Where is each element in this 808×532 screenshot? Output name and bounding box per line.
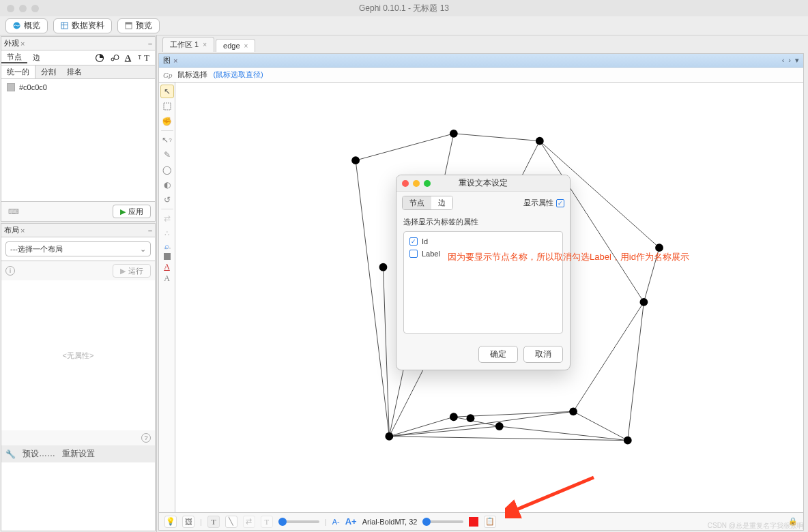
svg-point-39 bbox=[569, 407, 577, 415]
edge-weight-icon[interactable]: ⇄ bbox=[243, 516, 255, 528]
cancel-button[interactable]: 取消 bbox=[523, 346, 563, 363]
svg-rect-1 bbox=[61, 23, 68, 29]
tab-nodes[interactable]: 节点 bbox=[1, 52, 27, 63]
bucket-tool-icon[interactable]: ◐ bbox=[160, 178, 174, 192]
close-icon[interactable]: × bbox=[20, 40, 25, 48]
svg-point-35 bbox=[640, 298, 648, 306]
heat-tool-icon[interactable]: ∴ bbox=[160, 226, 174, 240]
edge-toggle-icon[interactable]: ╲ bbox=[225, 516, 237, 528]
snapshot-icon[interactable]: 🖼 bbox=[182, 516, 194, 528]
screenshot-icon[interactable]: A bbox=[160, 262, 174, 272]
svg-rect-5 bbox=[126, 23, 132, 25]
keyboard-icon[interactable]: ⌨ bbox=[8, 207, 19, 216]
svg-point-38 bbox=[495, 422, 504, 430]
overview-button[interactable]: 概览 bbox=[5, 18, 48, 33]
svg-point-41 bbox=[467, 414, 475, 422]
nav-down-icon[interactable]: ▾ bbox=[795, 56, 799, 65]
no-attr-label: <无属性> bbox=[1, 280, 155, 430]
more-tool-icon[interactable]: ⋯ bbox=[160, 241, 174, 255]
label-color-icon[interactable]: A bbox=[124, 53, 132, 63]
close-icon[interactable]: × bbox=[173, 57, 177, 65]
edge-tool-icon[interactable]: ↺ bbox=[160, 193, 174, 207]
a-minus[interactable]: A- bbox=[332, 518, 340, 526]
font-label[interactable]: Arial-BoldMT, 32 bbox=[362, 518, 418, 526]
shortest-path-icon[interactable]: ⇄ bbox=[160, 211, 174, 225]
layout-panel: 布局×– ---选择一个布局⌄ i ▶运行 <无属性> ? 🔧 预设…… 重新设… bbox=[1, 223, 156, 531]
nav-right-icon[interactable]: › bbox=[788, 56, 791, 65]
tab-edges[interactable]: 边 bbox=[27, 53, 46, 63]
edge-slider[interactable] bbox=[278, 520, 319, 523]
svg-line-42 bbox=[512, 477, 594, 512]
gephi-logo-icon: Gp bbox=[163, 71, 172, 79]
color-icon[interactable] bbox=[93, 53, 106, 63]
dialog-tab-nodes[interactable]: 节点 bbox=[403, 196, 431, 209]
text-settings-icon[interactable]: 📋 bbox=[484, 516, 496, 528]
show-attr-checkbox[interactable] bbox=[556, 199, 564, 207]
brush-tool-icon[interactable]: ✎ bbox=[160, 148, 174, 162]
dialog-tab-edges[interactable]: 边 bbox=[431, 196, 452, 209]
size-tool-icon[interactable]: ◯ bbox=[160, 163, 174, 177]
wrench-icon[interactable]: 🔧 bbox=[5, 449, 16, 459]
svg-point-40 bbox=[624, 437, 632, 445]
ok-button[interactable]: 确定 bbox=[478, 346, 518, 363]
annotation-arrow-icon bbox=[505, 471, 601, 518]
appearance-title: 外观 bbox=[4, 38, 19, 48]
appearance-panel: 外观×– 节点 边 A TT 统一的 分割 排名 #c0c0c0 ⌨ ▶应用 bbox=[1, 36, 156, 222]
color-row[interactable]: #c0c0c0 bbox=[1, 79, 155, 95]
preview-button[interactable]: 预览 bbox=[117, 18, 160, 33]
svg-line-17 bbox=[389, 411, 573, 436]
datalab-button[interactable]: 数据资料 bbox=[53, 18, 112, 33]
show-labels-icon[interactable]: T bbox=[207, 516, 220, 528]
svg-line-16 bbox=[389, 437, 627, 441]
help-icon[interactable]: ? bbox=[141, 433, 151, 443]
rect-select-tool-icon[interactable] bbox=[160, 100, 174, 113]
preset-row: 🔧 预设…… 重新设置 bbox=[1, 445, 155, 462]
svg-point-30 bbox=[450, 130, 458, 138]
run-button[interactable]: ▶运行 bbox=[113, 264, 151, 278]
lightbulb-icon[interactable]: 💡 bbox=[164, 516, 177, 528]
minimize-icon[interactable]: – bbox=[148, 226, 152, 235]
preset-label[interactable]: 预设…… bbox=[23, 448, 55, 460]
label-color-swatch[interactable] bbox=[469, 517, 478, 527]
nav-left-icon[interactable]: ‹ bbox=[782, 56, 785, 65]
size-icon[interactable] bbox=[109, 53, 121, 63]
annotation-text: 因为要显示节点名称，所以取消勾选Label，用id作为名称展示 bbox=[448, 251, 689, 263]
a-plus[interactable]: A+ bbox=[345, 516, 357, 527]
workspace-tab-1[interactable]: 工作区 1× bbox=[162, 37, 214, 52]
minimize-icon[interactable]: – bbox=[148, 40, 152, 48]
workspace-tab-edge[interactable]: edge× bbox=[216, 39, 255, 52]
attr-id-row[interactable]: Id bbox=[409, 237, 557, 246]
subtab-unique[interactable]: 统一的 bbox=[1, 65, 35, 78]
label-size-icon[interactable]: TT bbox=[135, 53, 152, 63]
close-icon[interactable]: × bbox=[244, 42, 248, 50]
close-icon[interactable]: × bbox=[203, 41, 207, 48]
svg-point-31 bbox=[536, 137, 544, 145]
color-swatch bbox=[7, 83, 15, 91]
select-attr-label: 选择显示为标签的属性 bbox=[403, 217, 563, 227]
paint-tool-icon[interactable]: ↖? bbox=[160, 133, 174, 147]
id-checkbox[interactable] bbox=[409, 237, 418, 246]
chevron-down-icon: ⌄ bbox=[140, 245, 146, 254]
graph-bottombar: 💡 🖼 | T ╲ ⇄ T | A- A+ Arial-BoldMT, 32 📋… bbox=[159, 512, 803, 530]
info-icon[interactable]: i bbox=[5, 266, 15, 276]
apply-button[interactable]: ▶应用 bbox=[113, 205, 151, 218]
graph-tab-title[interactable]: 图 bbox=[163, 55, 171, 65]
mouse-label: 鼠标选择 bbox=[177, 70, 207, 80]
t-outline-icon[interactable]: T bbox=[261, 516, 273, 528]
subtab-partition[interactable]: 分割 bbox=[35, 65, 61, 78]
svg-line-20 bbox=[356, 134, 454, 160]
text-settings-dialog: 重设文本设定 节点 边 显示属性 选择显示为标签的属性 Id Label 确定 … bbox=[396, 175, 571, 370]
subtab-ranking[interactable]: 排名 bbox=[61, 65, 87, 78]
label-slider[interactable] bbox=[422, 520, 463, 523]
close-icon[interactable]: × bbox=[20, 226, 25, 235]
svg-line-19 bbox=[454, 134, 540, 141]
text-a-icon[interactable]: A bbox=[160, 274, 174, 284]
drag-tool-icon[interactable]: ✊ bbox=[160, 115, 174, 128]
pointer-tool-icon[interactable]: ↖ bbox=[160, 85, 174, 98]
label-checkbox[interactable] bbox=[409, 250, 418, 258]
reset-label[interactable]: 重新设置 bbox=[62, 448, 95, 460]
attr-list: Id Label bbox=[403, 231, 563, 334]
layout-select[interactable]: ---选择一个布局⌄ bbox=[5, 241, 151, 256]
titlebar: Gephi 0.10.1 - 无标题 13 bbox=[0, 0, 808, 16]
mouse-hint[interactable]: (鼠标选取直径) bbox=[213, 70, 263, 80]
